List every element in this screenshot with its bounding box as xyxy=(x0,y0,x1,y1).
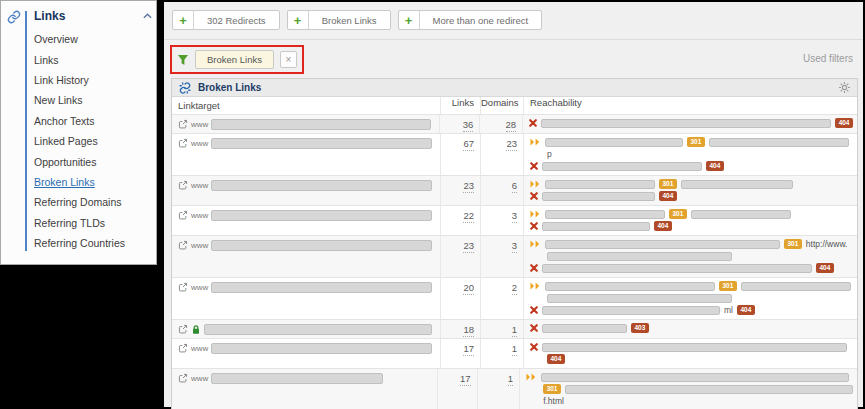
redacted-url-bar xyxy=(545,282,715,291)
redirect-icon xyxy=(526,373,537,381)
column-header-reachability[interactable]: Reachability xyxy=(523,97,857,114)
sidebar-item-broken-links[interactable]: Broken Links xyxy=(34,172,154,192)
sidebar-item-referring-countries[interactable]: Referring Countries xyxy=(34,233,154,253)
links-cell: 23 xyxy=(440,236,480,277)
sidebar-item-anchor-texts[interactable]: Anchor Texts xyxy=(34,111,154,131)
annotation-highlight: Broken Links × xyxy=(170,45,304,74)
table-row: www233301http://www.404 xyxy=(172,235,857,277)
external-link-icon[interactable] xyxy=(178,324,188,334)
links-count[interactable]: 23 xyxy=(463,240,474,253)
reachability-cell: 301404 xyxy=(523,176,857,205)
sidebar-item-new-links[interactable]: New Links xyxy=(34,90,154,110)
links-cell: 20 xyxy=(440,278,480,319)
redacted-url-bar xyxy=(545,138,683,147)
external-link-icon[interactable] xyxy=(178,282,188,292)
table-title: Broken Links xyxy=(198,82,261,93)
filter-button-label: 302 Redirects xyxy=(194,11,279,29)
active-filter-chip[interactable]: Broken Links xyxy=(195,50,274,69)
sidebar-item-opportunities[interactable]: Opportunities xyxy=(34,151,154,171)
error-icon xyxy=(530,192,538,200)
domains-cell: 1 xyxy=(480,339,523,368)
links-count[interactable]: 23 xyxy=(463,180,474,193)
external-link-icon[interactable] xyxy=(178,210,188,220)
reachability-cell: 404 xyxy=(523,339,857,368)
links-chain-icon xyxy=(7,10,21,24)
status-badge: 301 xyxy=(784,239,802,249)
column-header-linktarget[interactable]: Linktarget xyxy=(172,100,440,111)
broken-links-table: Broken Links Linktarget Links Domains Re… xyxy=(171,78,858,409)
sidebar-item-link-history[interactable]: Link History xyxy=(34,70,154,90)
url-text-fragment: http://www. xyxy=(806,239,848,249)
domains-count[interactable]: 1 xyxy=(512,324,517,337)
domains-count[interactable]: 1 xyxy=(512,343,517,356)
table-row: www3628404 xyxy=(172,114,857,133)
links-count[interactable]: 20 xyxy=(463,282,474,295)
links-cell: 23 xyxy=(440,176,480,205)
add-filter-button[interactable]: +More than one redirect xyxy=(398,10,543,30)
domains-count[interactable]: 3 xyxy=(512,210,517,223)
table-body: www3628404www6723301p404www236301404www2… xyxy=(172,114,857,409)
redacted-url-bar xyxy=(542,162,702,171)
redacted-url-bar xyxy=(204,324,432,335)
links-count[interactable]: 67 xyxy=(463,138,474,151)
external-link-icon[interactable] xyxy=(178,373,188,383)
broken-link-icon xyxy=(179,82,191,94)
external-link-icon[interactable] xyxy=(178,180,188,190)
linktarget-cell: www xyxy=(172,134,440,175)
reachability-line: 301http://www. xyxy=(530,239,853,250)
reachability-line xyxy=(547,251,853,262)
chevron-up-icon[interactable] xyxy=(143,13,152,19)
column-header-domains[interactable]: Domains xyxy=(480,97,523,114)
external-link-icon[interactable] xyxy=(178,240,188,250)
url-prefix: www xyxy=(191,373,208,384)
domains-count[interactable]: 2 xyxy=(512,282,517,295)
lock-icon xyxy=(191,324,201,335)
status-badge: 301 xyxy=(687,137,705,147)
gear-icon[interactable] xyxy=(839,82,850,93)
table-row: www223301404 xyxy=(172,205,857,235)
reachability-line: 301 xyxy=(543,384,853,395)
plus-icon: + xyxy=(288,11,309,29)
links-cell: 17 xyxy=(440,339,480,368)
reachability-line: 301 xyxy=(530,179,853,190)
links-count[interactable]: 18 xyxy=(463,324,474,337)
redacted-url-bar xyxy=(565,385,853,394)
sidebar-item-referring-tlds[interactable]: Referring TLDs xyxy=(34,213,154,233)
sidebar-item-linked-pages[interactable]: Linked Pages xyxy=(34,131,154,151)
table-header-row: Linktarget Links Domains Reachability xyxy=(172,97,857,114)
redacted-url-bar xyxy=(545,240,780,249)
external-link-icon[interactable] xyxy=(178,343,188,353)
sidebar-item-overview[interactable]: Overview xyxy=(34,29,154,49)
add-filter-button[interactable]: +Broken Links xyxy=(287,10,391,30)
reachability-line xyxy=(526,372,853,383)
reachability-cell: 404 xyxy=(522,115,857,133)
url-text-fragment: f.html xyxy=(543,396,564,406)
sidebar-item-links[interactable]: Links xyxy=(34,49,154,69)
domains-count[interactable]: 1 xyxy=(508,373,513,386)
domains-count[interactable]: 3 xyxy=(512,240,517,253)
status-badge: 404 xyxy=(816,263,834,273)
url-text-fragment: ml xyxy=(724,305,733,315)
redacted-url-bar xyxy=(211,343,432,354)
close-icon[interactable]: × xyxy=(280,51,297,68)
links-count[interactable]: 22 xyxy=(463,210,474,223)
redacted-url-bar xyxy=(681,180,793,189)
add-filter-button[interactable]: +302 Redirects xyxy=(172,10,280,30)
used-filters-label[interactable]: Used filters xyxy=(803,53,853,64)
domains-count[interactable]: 23 xyxy=(506,138,517,151)
domains-count[interactable]: 6 xyxy=(512,180,517,193)
reachability-cell: 301f.htmlf.html404 xyxy=(519,369,857,409)
links-count[interactable]: 17 xyxy=(463,343,474,356)
external-link-icon[interactable] xyxy=(178,138,188,148)
column-header-links[interactable]: Links xyxy=(440,97,480,114)
error-icon xyxy=(529,119,537,127)
sidebar-section-title: Links xyxy=(34,9,65,23)
links-cell: 17 xyxy=(437,369,477,409)
domains-count[interactable]: 28 xyxy=(506,119,517,132)
reachability-cell: 403 xyxy=(523,320,857,338)
links-count[interactable]: 17 xyxy=(460,373,471,386)
external-link-icon[interactable] xyxy=(178,119,188,129)
reachability-line: 404 xyxy=(530,161,853,172)
links-count[interactable]: 36 xyxy=(463,119,474,132)
sidebar-item-referring-domains[interactable]: Referring Domains xyxy=(34,192,154,212)
